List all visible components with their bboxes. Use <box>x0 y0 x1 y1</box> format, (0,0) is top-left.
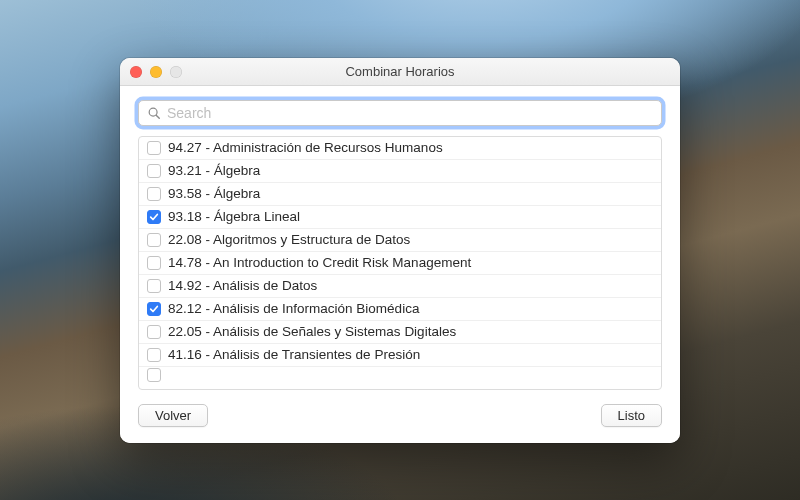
window-controls <box>130 66 182 78</box>
svg-line-1 <box>156 115 159 118</box>
zoom-icon[interactable] <box>170 66 182 78</box>
list-item[interactable]: 82.12 - Análisis de Información Biomédic… <box>139 298 661 321</box>
titlebar: Combinar Horarios <box>120 58 680 86</box>
list-item-label: 93.58 - Álgebra <box>168 186 260 201</box>
checkbox[interactable] <box>147 348 161 362</box>
close-icon[interactable] <box>130 66 142 78</box>
list-item-label: 41.16 - Análisis de Transientes de Presi… <box>168 347 420 362</box>
list-item[interactable]: 14.92 - Análisis de Datos <box>139 275 661 298</box>
list-item-label: 93.18 - Álgebra Lineal <box>168 209 300 224</box>
dialog-footer: Volver Listo <box>138 404 662 427</box>
list-item[interactable]: 93.18 - Álgebra Lineal <box>139 206 661 229</box>
checkbox[interactable] <box>147 256 161 270</box>
back-button[interactable]: Volver <box>138 404 208 427</box>
minimize-icon[interactable] <box>150 66 162 78</box>
search-field-wrapper[interactable] <box>138 100 662 126</box>
list-item[interactable]: 22.08 - Algoritmos y Estructura de Datos <box>139 229 661 252</box>
list-item[interactable] <box>139 367 661 383</box>
checkbox[interactable] <box>147 164 161 178</box>
checkbox[interactable] <box>147 279 161 293</box>
checkbox[interactable] <box>147 187 161 201</box>
list-item-label: 94.27 - Administración de Recursos Human… <box>168 140 443 155</box>
list-item-label: 14.92 - Análisis de Datos <box>168 278 317 293</box>
list-item-label: 22.08 - Algoritmos y Estructura de Datos <box>168 232 410 247</box>
desktop-background: Combinar Horarios 94.27 - Administración… <box>0 0 800 500</box>
course-list[interactable]: 94.27 - Administración de Recursos Human… <box>138 136 662 390</box>
list-item[interactable]: 93.58 - Álgebra <box>139 183 661 206</box>
search-input[interactable] <box>167 105 653 121</box>
list-item[interactable]: 41.16 - Análisis de Transientes de Presi… <box>139 344 661 367</box>
list-item[interactable]: 14.78 - An Introduction to Credit Risk M… <box>139 252 661 275</box>
list-item[interactable]: 94.27 - Administración de Recursos Human… <box>139 137 661 160</box>
window-title: Combinar Horarios <box>120 64 680 79</box>
list-item[interactable]: 22.05 - Análisis de Señales y Sistemas D… <box>139 321 661 344</box>
checkbox[interactable] <box>147 302 161 316</box>
list-item-label: 14.78 - An Introduction to Credit Risk M… <box>168 255 471 270</box>
list-item-label: 93.21 - Álgebra <box>168 163 260 178</box>
list-item-label: 22.05 - Análisis de Señales y Sistemas D… <box>168 324 456 339</box>
content-area: 94.27 - Administración de Recursos Human… <box>120 86 680 443</box>
checkbox[interactable] <box>147 141 161 155</box>
done-button[interactable]: Listo <box>601 404 662 427</box>
list-item[interactable]: 93.21 - Álgebra <box>139 160 661 183</box>
checkbox[interactable] <box>147 233 161 247</box>
checkbox[interactable] <box>147 325 161 339</box>
checkbox[interactable] <box>147 210 161 224</box>
dialog-window: Combinar Horarios 94.27 - Administración… <box>120 58 680 443</box>
search-icon <box>147 106 161 120</box>
list-item-label: 82.12 - Análisis de Información Biomédic… <box>168 301 419 316</box>
checkbox[interactable] <box>147 368 161 382</box>
